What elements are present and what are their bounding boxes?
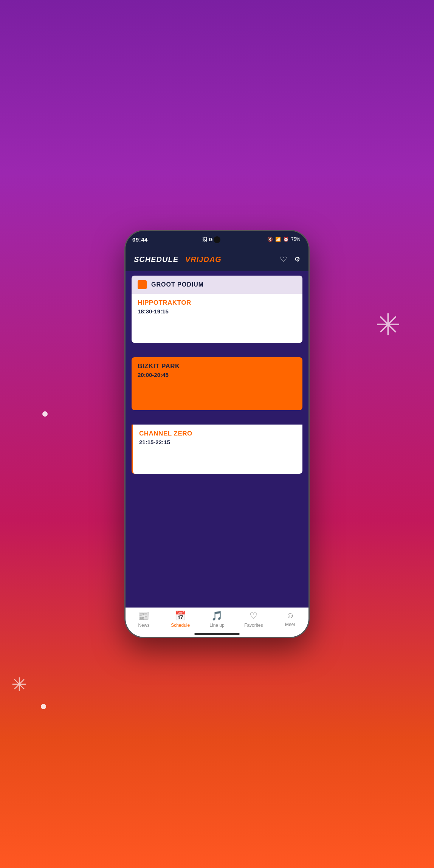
favorites-icon[interactable]: ♡ — [280, 254, 287, 264]
alarm-icon: ⏰ — [283, 237, 289, 242]
stage-name-groot-podium: GROOT PODIUM — [151, 281, 204, 288]
status-right-icons: 🔇 📶 ⏰ 75% — [267, 237, 300, 242]
schedule-icon: 📅 — [175, 611, 186, 621]
wifi-icon: 📶 — [275, 237, 281, 242]
status-icons-group: 🖼 G — [202, 237, 212, 242]
nav-item-lineup[interactable]: 🎵 Line up — [199, 611, 236, 628]
mute-icon: 🔇 — [267, 237, 273, 242]
event-time-bizkit-park: 20:00-20:45 — [138, 372, 296, 378]
meer-icon: ☺ — [286, 611, 294, 620]
artist-name-bizkit-park: BIZKIT PARK — [138, 363, 296, 370]
phone-frame: 09:44 🖼 G 🔇 📶 ⏰ 75% SCHEDULE VRIJDAG ♡ ⚙ — [124, 230, 310, 638]
artist-name-channel-zero: CHANNEL ZERO — [139, 430, 296, 437]
event-card-hippotraktor[interactable]: HIPPOTRAKTOR 18:30-19:15 — [132, 294, 302, 343]
nav-label-favorites: Favorites — [244, 623, 263, 628]
nav-item-news[interactable]: 📰 News — [126, 611, 162, 628]
status-time: 09:44 — [132, 236, 148, 243]
event-time-hippotraktor: 18:30-19:15 — [138, 308, 296, 315]
nav-item-favorites[interactable]: ♡ Favorites — [235, 611, 272, 628]
news-icon: 📰 — [138, 611, 149, 621]
header-day: VRIJDAG — [185, 255, 280, 264]
event-card-bizkit-park[interactable]: BIZKIT PARK 20:00-20:45 — [132, 357, 302, 410]
content-area: GROOT PODIUM HIPPOTRAKTOR 18:30-19:15 BI… — [126, 271, 308, 608]
stage-header-groot-podium: GROOT PODIUM — [132, 276, 302, 294]
phone-camera — [214, 236, 220, 243]
header-actions: ♡ ⚙ — [280, 254, 300, 264]
dot-decoration-bottom — [41, 704, 46, 709]
spacer-2 — [132, 417, 302, 425]
favorites-nav-icon: ♡ — [250, 611, 258, 621]
star-decoration-top-right: ✳ — [375, 310, 401, 340]
nav-label-schedule: Schedule — [171, 623, 190, 628]
g-icon: G — [209, 237, 212, 242]
star-decoration-bottom-left: ✳ — [11, 675, 27, 694]
stage-channel-zero: CHANNEL ZERO 21:15-22:15 — [132, 425, 302, 474]
filter-icon[interactable]: ⚙ — [294, 255, 300, 264]
dot-decoration-left — [42, 411, 48, 417]
battery-indicator: 75% — [291, 237, 300, 242]
stage-bizkit-park: BIZKIT PARK 20:00-20:45 — [132, 357, 302, 410]
header-title: SCHEDULE — [134, 255, 178, 264]
photo-icon: 🖼 — [202, 237, 207, 242]
nav-item-schedule[interactable]: 📅 Schedule — [162, 611, 199, 628]
artist-name-hippotraktor: HIPPOTRAKTOR — [138, 299, 296, 307]
stage-color-box — [138, 280, 147, 289]
nav-label-meer: Meer — [285, 622, 295, 627]
nav-label-lineup: Line up — [209, 623, 224, 628]
lineup-icon: 🎵 — [211, 611, 223, 621]
event-card-channel-zero[interactable]: CHANNEL ZERO 21:15-22:15 — [132, 425, 302, 474]
app-header: SCHEDULE VRIJDAG ♡ ⚙ — [126, 248, 308, 271]
spacer-1 — [132, 350, 302, 357]
nav-label-news: News — [138, 623, 149, 628]
nav-item-meer[interactable]: ☺ Meer — [272, 611, 308, 627]
stage-groot-podium: GROOT PODIUM HIPPOTRAKTOR 18:30-19:15 — [132, 276, 302, 343]
app-screen: SCHEDULE VRIJDAG ♡ ⚙ GROOT PODIUM HIPPOT… — [126, 248, 308, 637]
event-time-channel-zero: 21:15-22:15 — [139, 439, 296, 445]
bottom-nav: 📰 News 📅 Schedule 🎵 Line up ♡ Favorites … — [126, 608, 308, 637]
home-indicator — [194, 633, 240, 635]
